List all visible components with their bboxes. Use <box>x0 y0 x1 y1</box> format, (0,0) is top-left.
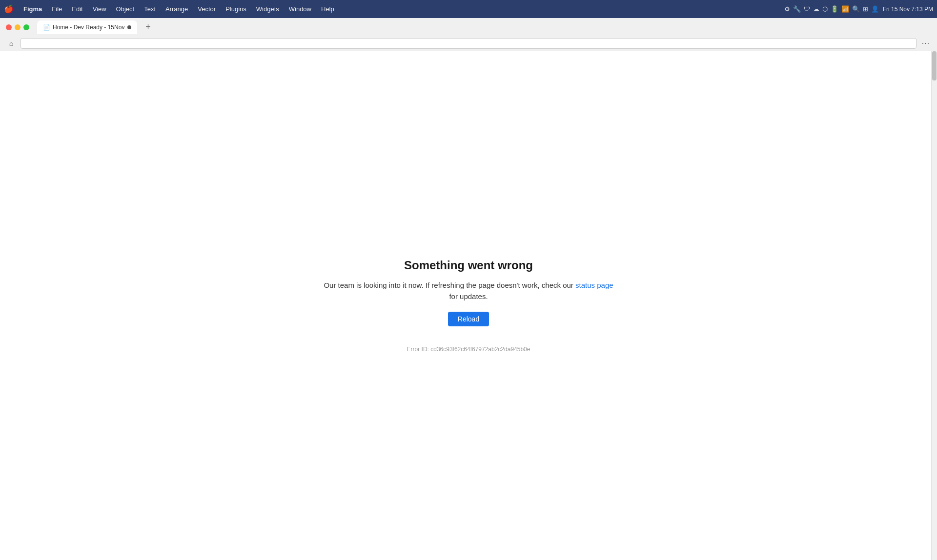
close-button[interactable] <box>6 24 12 30</box>
maximize-button[interactable] <box>23 24 29 30</box>
minimize-button[interactable] <box>15 24 20 30</box>
system-icons: ⚙ 🔧 🛡 ☁ ⬡ 🔋 📶 🔍 ⊞ 👤 <box>784 5 879 13</box>
menu-arrange[interactable]: Arrange <box>162 4 192 14</box>
traffic-lights <box>6 24 29 30</box>
shield-icon: 🛡 <box>804 5 810 13</box>
figma-icon2: 🔧 <box>793 5 801 13</box>
search-icon[interactable]: 🔍 <box>852 5 860 13</box>
reload-button[interactable]: Reload <box>448 312 489 326</box>
browser-chrome: 📄 Home - Dev Ready - 15Nov + ⌂ ··· <box>0 18 937 51</box>
battery-icon: 🔋 <box>831 5 838 13</box>
menu-bar-items: Figma File Edit View Object Text Arrange… <box>20 4 338 14</box>
error-desc-after-link: for updates. <box>449 292 488 300</box>
menu-plugins[interactable]: Plugins <box>222 4 250 14</box>
datetime-display: Fri 15 Nov 7:13 PM <box>883 6 933 13</box>
menu-text[interactable]: Text <box>140 4 160 14</box>
tab-title: Home - Dev Ready - 15Nov <box>53 24 124 31</box>
user-icon[interactable]: 👤 <box>871 5 879 13</box>
browser-menu-button[interactable]: ··· <box>920 38 931 49</box>
figma-icon: ⚙ <box>784 5 790 13</box>
browser-tab[interactable]: 📄 Home - Dev Ready - 15Nov <box>37 20 137 34</box>
error-container: Something went wrong Our team is looking… <box>322 259 615 353</box>
menu-view[interactable]: View <box>89 4 110 14</box>
address-bar[interactable] <box>20 38 917 49</box>
app-name-menu[interactable]: Figma <box>20 4 46 14</box>
menu-vector[interactable]: Vector <box>194 4 220 14</box>
new-tab-button[interactable]: + <box>141 20 155 34</box>
error-title: Something went wrong <box>404 259 533 272</box>
menu-widgets[interactable]: Widgets <box>252 4 283 14</box>
cloud-icon: ☁ <box>813 5 819 13</box>
bluetooth-icon: ⬡ <box>822 5 828 13</box>
browser-content: Something went wrong Our team is looking… <box>0 51 937 560</box>
address-bar-row: ⌂ ··· <box>0 36 937 51</box>
error-description: Our team is looking into it now. If refr… <box>322 280 615 302</box>
status-page-link[interactable]: status page <box>575 281 613 289</box>
home-button[interactable]: ⌂ <box>6 38 17 49</box>
menu-help[interactable]: Help <box>317 4 338 14</box>
menu-object[interactable]: Object <box>112 4 139 14</box>
menu-bar-right: ⚙ 🔧 🛡 ☁ ⬡ 🔋 📶 🔍 ⊞ 👤 Fri 15 Nov 7:13 PM <box>784 5 933 13</box>
error-desc-before-link: Our team is looking into it now. If refr… <box>324 281 575 289</box>
menu-window[interactable]: Window <box>285 4 315 14</box>
error-id: Error ID: cd36c93f62c64f67972ab2c2da945b… <box>407 346 530 353</box>
tab-unsaved-indicator <box>127 25 131 29</box>
scrollbar[interactable] <box>931 51 937 560</box>
wifi-icon: 📶 <box>841 5 849 13</box>
tab-bar: 📄 Home - Dev Ready - 15Nov + <box>0 18 937 36</box>
controlcenter-icon[interactable]: ⊞ <box>863 5 868 13</box>
tab-favicon-icon: 📄 <box>43 24 50 31</box>
apple-menu-icon[interactable]: 🍎 <box>4 4 14 14</box>
scrollbar-thumb[interactable] <box>932 51 937 80</box>
menu-edit[interactable]: Edit <box>68 4 86 14</box>
menu-bar: 🍎 Figma File Edit View Object Text Arran… <box>0 0 937 18</box>
menu-file[interactable]: File <box>48 4 66 14</box>
